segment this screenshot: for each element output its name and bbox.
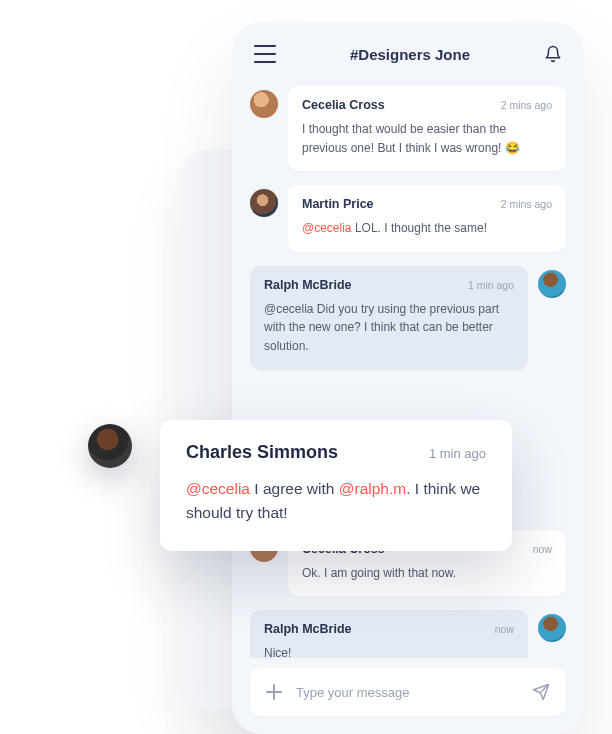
- message-time: 1 min ago: [468, 279, 514, 291]
- message-row: Cecelia Cross2 mins agoI thought that wo…: [250, 86, 566, 171]
- text-segment: Ok. I am going with that now.: [302, 566, 456, 580]
- text-segment: Nice!: [264, 646, 291, 658]
- avatar: [88, 424, 132, 468]
- message-body: @cecelia LOL. I thought the same!: [302, 219, 552, 238]
- message-time: 1 min ago: [429, 446, 486, 461]
- message-composer: [250, 668, 566, 716]
- mention[interactable]: @cecelia: [302, 221, 352, 235]
- message-body: Ok. I am going with that now.: [302, 564, 552, 583]
- text-segment: @cecelia Did you try using the previous …: [264, 302, 499, 353]
- send-icon[interactable]: [532, 683, 550, 701]
- message-body: Nice!: [264, 644, 514, 658]
- message-time: now: [495, 623, 514, 635]
- mention[interactable]: @ralph.m: [339, 480, 406, 497]
- message-bubble: Martin Price2 mins ago@cecelia LOL. I th…: [288, 185, 566, 252]
- composer-input[interactable]: [296, 685, 518, 700]
- mention[interactable]: @cecelia: [186, 480, 250, 497]
- channel-title: #Designers Jone: [350, 46, 470, 63]
- message-row: Ralph McBridenowNice!: [250, 610, 566, 658]
- message-author: Charles Simmons: [186, 442, 338, 463]
- top-bar: #Designers Jone: [232, 22, 584, 86]
- message-author: Martin Price: [302, 197, 374, 211]
- message-time: 2 mins ago: [501, 198, 552, 210]
- message-bubble: Cecelia Cross2 mins agoI thought that wo…: [288, 86, 566, 171]
- message-row: Ralph McBride1 min ago@cecelia Did you t…: [250, 266, 566, 370]
- menu-icon[interactable]: [254, 45, 276, 63]
- message-time: 2 mins ago: [501, 99, 552, 111]
- message-time: now: [533, 543, 552, 555]
- text-segment: LOL. I thought the same!: [352, 221, 487, 235]
- avatar: [250, 90, 278, 118]
- highlighted-message-card: Charles Simmons 1 min ago @cecelia I agr…: [160, 420, 512, 551]
- attach-icon[interactable]: [266, 684, 282, 700]
- message-body: @cecelia Did you try using the previous …: [264, 300, 514, 356]
- message-bubble: Ralph McBridenowNice!: [250, 610, 528, 658]
- message-list: Cecelia Cross2 mins agoI thought that wo…: [232, 86, 584, 658]
- message-bubble: Ralph McBride1 min ago@cecelia Did you t…: [250, 266, 528, 370]
- text-segment: I thought that would be easier than the …: [302, 122, 520, 155]
- phone-frame: #Designers Jone Cecelia Cross2 mins agoI…: [232, 22, 584, 734]
- message-author: Ralph McBride: [264, 622, 352, 636]
- message-body: I thought that would be easier than the …: [302, 120, 552, 157]
- avatar: [250, 189, 278, 217]
- message-author: Ralph McBride: [264, 278, 352, 292]
- notifications-icon[interactable]: [544, 43, 562, 65]
- avatar: [538, 270, 566, 298]
- avatar: [538, 614, 566, 642]
- message-row: Martin Price2 mins ago@cecelia LOL. I th…: [250, 185, 566, 252]
- message-body: @cecelia I agree with @ralph.m. I think …: [186, 477, 486, 525]
- text-segment: I agree with: [250, 480, 339, 497]
- message-author: Cecelia Cross: [302, 98, 385, 112]
